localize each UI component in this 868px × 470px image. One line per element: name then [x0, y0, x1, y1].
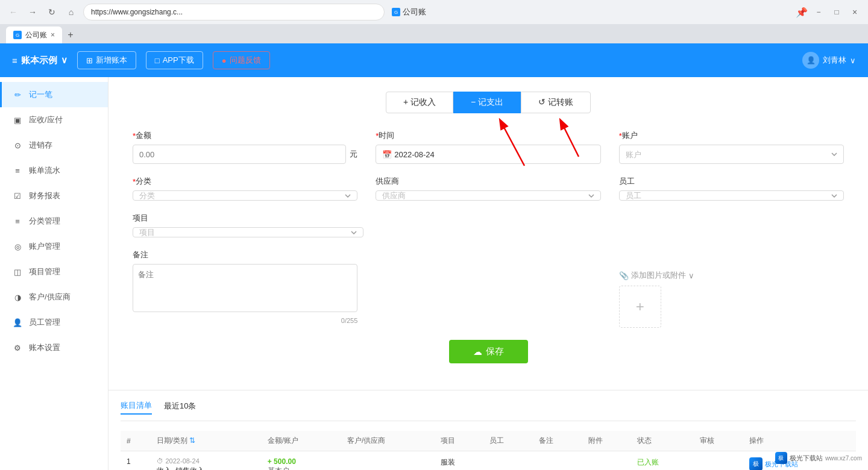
sidebar-label-jinxiaocun: 进销存	[29, 140, 52, 151]
feedback-button[interactable]: ● 问题反馈	[213, 51, 270, 69]
project-group: 项目 项目	[133, 213, 363, 237]
table-section: 账目清单 最近10条 # 日期/类别 ⇅ 金额/账户 客户/供应商 项目 员工	[108, 390, 868, 470]
attachment-label[interactable]: 📎 添加图片或附件 ∨	[619, 270, 844, 281]
cell-date: ⏱2022-08-24 收入 -销售收入	[151, 451, 262, 471]
transfer-tab-label: ↺ 记转账	[538, 97, 573, 108]
supplier-select[interactable]: 供应商	[376, 190, 600, 201]
account-icon: ◎	[12, 241, 23, 252]
notes-group: 备注 0/255	[133, 249, 357, 328]
new-tab-button[interactable]: +	[62, 27, 79, 43]
record-type-tabs: + 记收入 − 记支出 ↺ 记转账	[133, 92, 844, 113]
sidebar-item-jiyibi[interactable]: ✏ 记一笔	[0, 82, 108, 107]
back-button[interactable]: ←	[6, 5, 20, 19]
employee-icon: 👤	[12, 317, 23, 328]
records-table: # 日期/类别 ⇅ 金额/账户 客户/供应商 项目 员工 备注 附件 状态 审核	[121, 431, 856, 470]
forward-button[interactable]: →	[25, 5, 40, 19]
app-name: 账本示例	[21, 55, 57, 66]
sidebar-label-zhangdan: 账单流水	[29, 165, 60, 176]
ledger-icon: ≡	[12, 165, 23, 176]
notes-textarea[interactable]	[133, 264, 357, 312]
close-window-button[interactable]: ×	[848, 5, 862, 19]
refresh-button[interactable]: ↻	[45, 5, 59, 19]
logo-chevron-icon: ∨	[61, 55, 68, 66]
sidebar-item-xiangmu[interactable]: ◫ 项目管理	[0, 259, 108, 284]
sidebar-label-yingshou: 应收/应付	[29, 114, 63, 125]
sidebar-item-zhanghu[interactable]: ◎ 账户管理	[0, 234, 108, 259]
save-button[interactable]: ☁ 保存	[449, 340, 528, 363]
maximize-button[interactable]: □	[829, 5, 844, 19]
feedback-icon: ●	[222, 56, 227, 65]
tab-transfer[interactable]: ↺ 记转账	[521, 92, 591, 113]
form-row-3: 项目 项目	[133, 213, 844, 237]
calendar-icon: 📅	[382, 150, 392, 159]
sidebar-label-fenlei: 分类管理	[29, 216, 60, 227]
sidebar-item-fenlei[interactable]: ≡ 分类管理	[0, 208, 108, 234]
save-btn-row: ☁ 保存	[133, 340, 844, 363]
new-account-button[interactable]: ⊞ 新增账本	[77, 51, 136, 69]
notes-label: 备注	[133, 249, 357, 260]
income-tab-label: + 记收入	[403, 97, 436, 108]
address-bar[interactable]: https://www.gongsizhang.c...	[83, 4, 385, 20]
settings-icon: ⚙	[12, 342, 23, 353]
app-download-button[interactable]: □ APP下载	[146, 51, 203, 69]
sidebar-item-kehu[interactable]: ◑ 客户/供应商	[0, 284, 108, 310]
category-select[interactable]: 分类	[133, 190, 357, 201]
sidebar-item-yuangong[interactable]: 👤 员工管理	[0, 310, 108, 335]
date-value: 2022-08-24	[394, 150, 435, 159]
attachment-upload-box[interactable]: +	[619, 286, 661, 328]
sidebar-item-caiwu[interactable]: ☑ 财务报表	[0, 183, 108, 208]
col-notes: 备注	[533, 431, 582, 451]
app-download-label: APP下载	[163, 55, 194, 66]
account-select[interactable]: 账户	[619, 145, 844, 164]
tab-close-button[interactable]: ×	[51, 31, 55, 39]
sidebar-label-zhanghu: 账户管理	[29, 241, 60, 252]
project-label: 项目	[133, 213, 363, 224]
amount-input[interactable]	[133, 145, 346, 164]
sidebar-label-yuangong: 员工管理	[29, 317, 60, 328]
account-label: 账户	[619, 130, 844, 141]
browser-tab[interactable]: G 公司账 ×	[6, 27, 62, 43]
new-account-icon: ⊞	[86, 56, 93, 65]
table-tab-list[interactable]: 账目清单	[121, 400, 152, 415]
cell-review	[694, 451, 743, 471]
pin-icon[interactable]: 📌	[796, 7, 808, 18]
table-tabs: 账目清单 最近10条	[121, 400, 856, 421]
address-text: https://www.gongsizhang.c...	[91, 8, 183, 16]
user-area[interactable]: 👤 刘青林 ∨	[802, 52, 856, 69]
tab-expense[interactable]: − 记支出	[453, 92, 521, 113]
sidebar-item-jinxiaocun[interactable]: ⊙ 进销存	[0, 133, 108, 158]
sidebar-item-shezhi[interactable]: ⚙ 账本设置	[0, 335, 108, 360]
tab-income[interactable]: + 记收入	[386, 92, 453, 113]
col-actions: 操作	[743, 431, 856, 451]
new-account-label: 新增账本	[96, 55, 127, 66]
category-group: 分类 分类	[133, 176, 357, 201]
sidebar-item-zhangdan[interactable]: ≡ 账单流水	[0, 158, 108, 183]
watermark-icon: 极	[775, 452, 787, 464]
save-label: 保存	[486, 346, 504, 357]
minimize-button[interactable]: −	[811, 5, 826, 19]
cell-status: 已入账	[631, 451, 694, 471]
col-employee: 员工	[483, 431, 533, 451]
employee-select[interactable]: 员工	[619, 190, 844, 201]
logo-area[interactable]: ≡ 账本示例 ∨	[12, 55, 68, 66]
date-input-wrap[interactable]: 📅 2022-08-24	[376, 145, 600, 164]
tab-bar: G 公司账 × +	[0, 24, 868, 43]
home-button[interactable]: ⌂	[64, 5, 78, 19]
sidebar-item-yingshou[interactable]: ▣ 应收/应付	[0, 107, 108, 133]
col-review: 审核	[694, 431, 743, 451]
paperclip-icon: 📎	[619, 271, 629, 280]
col-project: 项目	[435, 431, 484, 451]
table-tab-recent[interactable]: 最近10条	[164, 401, 196, 414]
category-label: 分类	[133, 176, 357, 187]
feedback-label: 问题反馈	[230, 55, 261, 66]
watermark-text: 极光下载站	[790, 454, 823, 463]
receivable-icon: ▣	[12, 114, 23, 125]
sort-icon[interactable]: ⇅	[189, 436, 195, 445]
sidebar-label-kehu: 客户/供应商	[29, 292, 71, 302]
user-chevron-icon: ∨	[850, 56, 856, 65]
cell-notes	[533, 451, 582, 471]
project-select[interactable]: 项目	[133, 227, 363, 237]
logo-icon: ≡	[12, 55, 17, 66]
action-icon: 极	[749, 457, 763, 470]
inventory-icon: ⊙	[12, 140, 23, 151]
